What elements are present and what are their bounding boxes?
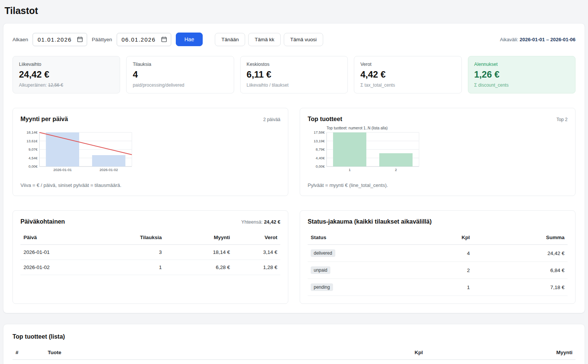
status-badge: unpaid [311,266,330,274]
daily-total: Yhteensä: 24,42 € [241,219,280,225]
svg-text:13,61€: 13,61€ [27,139,38,143]
page: Tilastot Alkaen 01.01.2026 Päättyen 06.0… [0,0,588,364]
svg-text:2026-01-02: 2026-01-02 [100,168,118,172]
stat-label: Verot [360,62,455,67]
table-row: unpaid26,84 € [308,262,568,279]
chart-title: Top tuotteet [308,116,342,123]
top-products-table: #TuoteKplMyynti1Hot Dog317,58 € [13,345,575,364]
chart-title: Myynti per päivä [20,116,68,123]
tables-row: Päiväkohtainen Yhteensä: 24,42 € PäiväTi… [13,210,575,304]
chart-caption: Viiva = € / päivä, siniset pylväät = til… [20,182,280,188]
calendar-icon[interactable] [161,36,167,42]
column-header: Päivä [20,230,100,245]
daily-breakdown-card: Päiväkohtainen Yhteensä: 24,42 € PäiväTi… [13,210,288,304]
chart-inner-title: Top tuotteet: numerot 1..N (lista alla) [327,126,388,130]
table-cell: 3 [350,360,426,364]
stat-value: 24,42 € [19,69,114,80]
table-cell: 2 [386,262,473,279]
stat-sub: Σ discount_cents [474,82,569,88]
table-cell: unpaid [308,262,386,279]
end-date-input[interactable]: 06.01.2026 [117,33,171,46]
svg-text:0,00€: 0,00€ [316,164,325,168]
table-cell: 1 [100,260,165,275]
chart-badge: 2 päivää [263,117,280,122]
column-header: Kpl [386,230,473,245]
table-cell: 1 [13,360,45,364]
table-cell: delivered [308,245,386,262]
chart-badge: Top 2 [557,117,568,122]
card-head: Top tuotteet Top 2 [308,116,568,123]
calendar-icon[interactable] [77,36,83,42]
date-range-info: Aikaväli: 2026-01-01 – 2026-01-06 [500,37,576,42]
top-products-list-panel: Top tuotteet (lista) #TuoteKplMyynti1Hot… [3,324,585,364]
sales-per-day-card: Myynti per päivä 2 päivää 18,14€13,61€9,… [13,108,288,196]
table-cell: 1,28 € [233,260,280,275]
end-date-label: Päättyen [92,37,112,42]
svg-text:2026-01-01: 2026-01-01 [53,168,72,172]
quick-range-buttons: Tänään Tämä kk Tämä vuosi [215,33,323,46]
column-header: Summa [473,230,568,245]
sales-per-day-chart-svg: 18,14€13,61€9,07€4,54€0,00€2026-01-01202… [20,130,134,173]
table-row: delivered424,42 € [308,245,568,262]
table-row: 2026-01-01318,14 €3,14 € [20,245,280,260]
column-header: # [13,345,45,360]
svg-text:9,07€: 9,07€ [28,147,38,151]
column-header: Myynti [426,345,575,360]
table-row: 2026-01-0216,28 €1,28 € [20,260,280,275]
daily-table: PäiväTilauksiaMyyntiVerot2026-01-01318,1… [20,230,280,275]
stat-value: 4 [133,69,227,80]
svg-text:17,58€: 17,58€ [314,130,325,134]
table-cell: 24,42 € [473,245,568,262]
status-table-title: Status-jakauma (kaikki tilaukset aikaväl… [308,218,432,225]
stat-card-average-order: Keskiostos 6,11 € Liikevaihto / tilaukse… [240,56,348,93]
stat-sub: Alkuperäinen: 12,56 € [19,82,114,88]
filter-bar: Alkaen 01.01.2026 Päättyen 06.01.2026 Ha… [13,33,575,46]
top-products-chart-card: Top tuotteet Top 2 Top tuotteet: numerot… [300,108,575,196]
sales-per-day-chart: 18,14€13,61€9,07€4,54€0,00€2026-01-01202… [20,130,280,173]
card-head: Status-jakauma (kaikki tilaukset aikaväl… [308,218,568,225]
stat-card-orders: Tilauksia 4 paid/processing/delivered [126,56,234,93]
stat-card-discounts: Alennukset 1,26 € Σ discount_cents [468,56,575,93]
today-button[interactable]: Tänään [215,33,245,46]
stat-label: Keskiostos [247,62,341,67]
svg-text:1: 1 [349,168,350,172]
table-cell: Hot Dog [45,360,350,364]
start-date-value: 01.01.2026 [38,36,72,43]
svg-text:18,14€: 18,14€ [27,130,38,134]
table-cell: 2026-01-01 [20,245,100,260]
start-date-input[interactable]: 01.01.2026 [33,33,87,46]
daily-table-title: Päiväkohtainen [20,218,65,225]
stat-card-taxes: Verot 4,42 € Σ tax_total_cents [354,56,461,93]
column-header: Verot [233,230,280,245]
table-row: 1Hot Dog317,58 € [13,360,575,364]
date-range-value: 2026-01-01 – 2026-01-06 [520,37,575,42]
column-header: Tuote [45,345,350,360]
this-month-button[interactable]: Tämä kk [248,33,281,46]
table-cell: 4 [386,245,473,262]
chart-caption: Pylväät = myynti € (line_total_cents). [308,182,568,188]
start-date-label: Alkaen [13,37,28,42]
stats-row: Liikevaihto 24,42 € Alkuperäinen: 12,56 … [13,56,575,93]
header-row: #TuoteKplMyynti [13,345,575,360]
column-header: Kpl [350,345,426,360]
search-button[interactable]: Hae [176,33,203,46]
date-range-label: Aikaväli: [500,37,518,42]
svg-text:4,54€: 4,54€ [28,156,38,160]
card-head: Myynti per päivä 2 päivää [20,116,280,123]
svg-text:0,00€: 0,00€ [28,164,38,168]
table-cell: pending [308,279,386,296]
this-year-button[interactable]: Tämä vuosi [284,33,323,46]
stat-sub: Liikevaihto / tilaukset [247,82,341,88]
daily-total-value: 24,42 € [264,219,280,225]
stat-sub: paid/processing/delivered [133,82,227,88]
table-cell: 6,28 € [165,260,233,275]
stat-card-revenue: Liikevaihto 24,42 € Alkuperäinen: 12,56 … [13,56,120,93]
header-row: PäiväTilauksiaMyyntiVerot [20,230,280,245]
table-cell: 3 [100,245,165,260]
status-badge: delivered [311,249,335,257]
end-date-value: 06.01.2026 [122,36,156,43]
status-distribution-card: Status-jakauma (kaikki tilaukset aikaväl… [300,210,575,304]
table-cell: 7,18 € [473,279,568,296]
table-cell: 1 [386,279,473,296]
stat-label: Tilauksia [133,62,227,67]
